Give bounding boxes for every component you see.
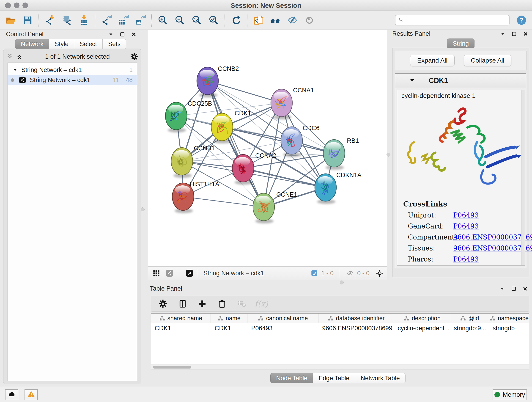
node-CDKN1A[interactable] [315,174,336,204]
import-network-file-icon[interactable] [44,14,56,26]
node-CDC25B[interactable] [165,102,187,133]
node-CCNB2[interactable] [197,67,218,97]
cloud-status-button[interactable] [5,389,18,400]
import-table-icon[interactable] [78,14,90,26]
crosslink-link[interactable]: P06493 [453,222,479,230]
hidden-eye-icon[interactable] [346,269,355,278]
delete-icon[interactable] [216,298,228,310]
export-image-icon[interactable] [134,14,146,26]
node-CDC6[interactable] [281,127,302,157]
control-panel-menu-icon[interactable] [108,31,114,38]
tab-select[interactable]: Select [74,39,103,49]
column-header-shared-name[interactable]: shared name [151,313,211,323]
collapse-all-button[interactable]: Collapse All [464,55,511,66]
edge-CCNB2-CCNE1[interactable] [208,81,264,207]
column-header-description[interactable]: description [394,313,450,323]
node-CCNB1[interactable] [171,148,193,178]
node-CDK1[interactable] [211,113,233,143]
node-CCNA2[interactable] [232,154,254,185]
save-session-icon[interactable] [22,14,33,26]
gene-section-header[interactable]: CDK1 [395,74,526,88]
zoom-in-icon[interactable] [157,14,169,26]
table-panel-close-icon[interactable] [522,286,528,292]
results-scrollbar[interactable] [521,90,525,265]
export-table-icon[interactable] [117,14,129,26]
zoom-fit-icon[interactable] [191,14,203,26]
column-header-name[interactable]: name [211,313,247,323]
column-header-database-identifier[interactable]: database identifier [318,313,394,323]
table-cell[interactable]: CDK1 [211,323,248,333]
copy-style-icon[interactable] [253,14,264,26]
hide-selected-icon[interactable] [286,14,298,26]
memory-button[interactable]: Memory [493,389,527,400]
first-neighbors-icon[interactable] [269,14,281,26]
node-RB1[interactable] [323,140,345,170]
grid-view-icon[interactable] [151,268,161,278]
column-header-canonical-name[interactable]: canonical name [247,313,318,323]
crosslink-link[interactable]: P06493 [453,211,479,219]
tab-network-table[interactable]: Network Table [355,373,405,383]
tab-string[interactable]: String [447,38,475,49]
network-graph[interactable]: CCNB2CCNA1CDC25BCDK1CDC6RB1CCNB1CCNA2CDK… [148,30,387,266]
node-CCNE1[interactable] [253,193,274,223]
tab-sets[interactable]: Sets [102,39,126,49]
network-collection-row[interactable]: String Network – cdk1 1 [8,65,137,75]
control-panel-float-icon[interactable] [119,31,126,38]
results-panel-float-icon[interactable] [511,31,517,37]
help-button[interactable]: ? [515,14,527,26]
results-panel-menu-icon[interactable] [500,31,506,37]
right-splitter-handle[interactable] [386,153,390,157]
fit-selected-icon[interactable] [375,269,384,278]
table-scrollbar-thumb[interactable] [153,366,191,369]
table-horizontal-scrollbar[interactable] [151,365,529,370]
import-network-database-icon[interactable] [61,14,73,26]
edge-HIST1H1A-CCNE1[interactable] [183,197,264,207]
control-panel-close-icon[interactable] [131,31,137,38]
tab-network[interactable]: Network [15,39,49,49]
zoom-selected-icon[interactable] [208,14,220,26]
birdseye-view-icon[interactable] [184,268,195,278]
collection-expand-icon[interactable] [13,67,19,73]
table-cell[interactable]: stringdb:9... [450,323,489,333]
tab-style[interactable]: Style [49,39,74,49]
search-input[interactable] [405,17,507,24]
collapse-all-networks-icon[interactable] [6,53,13,61]
apply-layout-icon[interactable] [230,14,242,26]
table-cell[interactable]: stringdb [489,323,529,333]
results-panel-close-icon[interactable] [522,31,529,37]
show-all-icon[interactable] [303,14,315,26]
expand-all-button[interactable]: Expand All [410,55,455,66]
column-header-@id[interactable]: @id [450,313,489,323]
table-cell[interactable]: 9606.ENSP00000378699 [318,323,394,333]
edge-CCNB2-CCNA1[interactable] [208,81,282,103]
crosslink-link[interactable]: P06493 [453,255,479,263]
export-network-icon[interactable] [100,14,112,26]
gear-icon[interactable] [157,298,169,310]
tab-node-table[interactable]: Node Table [270,373,313,383]
columns-icon[interactable] [177,298,189,310]
table-panel-menu-icon[interactable] [499,286,505,292]
gene-collapse-icon[interactable] [409,78,415,84]
tab-edge-table[interactable]: Edge Table [313,373,355,383]
left-splitter-handle[interactable] [141,207,145,211]
table-panel-float-icon[interactable] [510,286,517,292]
network-canvas[interactable]: CCNB2CCNA1CDC25BCDK1CDC6RB1CCNB1CCNA2CDK… [148,30,387,266]
horizontal-splitter-handle[interactable] [340,281,344,284]
network-row[interactable]: String Network – cdk1 11 48 [8,75,137,85]
table-cell[interactable]: CDK1 [151,323,211,333]
search-box[interactable] [395,15,510,26]
column-header-namespace[interactable]: namespace [489,313,529,323]
string-view-icon[interactable] [165,268,175,278]
crosslink-link[interactable]: 9606.ENSP00000378699 [453,233,532,241]
zoom-out-icon[interactable] [174,14,186,26]
network-options-gear-icon[interactable] [130,52,139,61]
add-icon[interactable] [196,298,208,310]
table-row[interactable]: CDK1CDK1P064939606.ENSP00000378699cyclin… [151,323,529,333]
table-cell[interactable]: cyclin-dependent ... [394,323,450,333]
warnings-button[interactable] [25,389,38,400]
expand-all-networks-icon[interactable] [15,53,23,61]
table-cell[interactable]: P06493 [248,323,319,333]
crosslink-link[interactable]: 9606.ENSP00000378699 [453,244,532,252]
open-session-icon[interactable] [5,14,17,26]
selected-checkbox-icon[interactable] [310,269,319,278]
